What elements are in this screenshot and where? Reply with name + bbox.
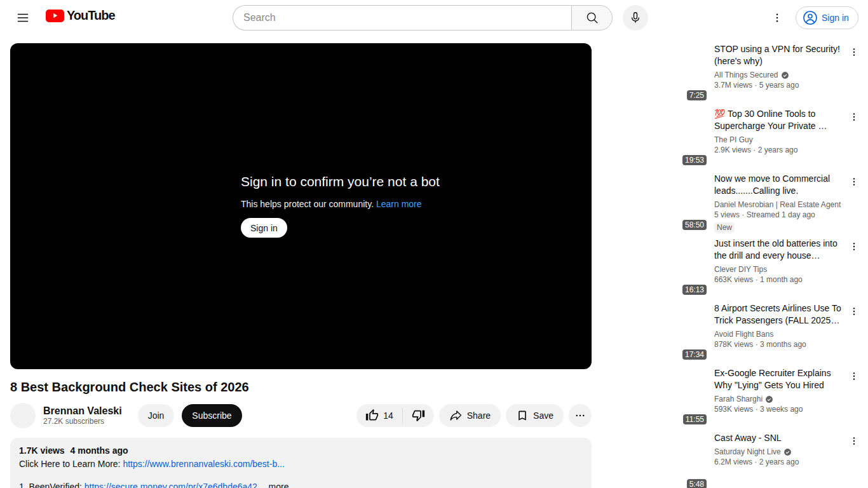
- subscribe-button[interactable]: Subscribe: [182, 404, 241, 427]
- video-thumbnail[interactable]: 58:50: [602, 173, 709, 233]
- channel-avatar[interactable]: [10, 403, 36, 428]
- expand-description-link[interactable]: ...more: [261, 482, 289, 488]
- verified-badge-icon: [783, 448, 792, 456]
- channel-name[interactable]: Brennan Valeski: [43, 405, 122, 417]
- related-video-meta: 5 views · Streamed 1 day ago: [714, 210, 841, 220]
- subscriber-count: 27.2K subscribers: [43, 417, 122, 426]
- related-video-title[interactable]: Now we move to Commercial leads.......Ca…: [714, 173, 841, 197]
- verified-badge-icon: [765, 395, 773, 403]
- youtube-logo[interactable]: YouTube: [46, 8, 115, 23]
- related-video-meta: 878K views · 3 months ago: [714, 339, 841, 349]
- dislike-button[interactable]: [403, 404, 434, 427]
- video-thumbnail[interactable]: 7:25: [602, 43, 709, 103]
- bot-check-subtext: This helps protect our community. Learn …: [241, 199, 440, 209]
- like-button[interactable]: 14: [356, 404, 402, 427]
- action-buttons: 14 Share: [356, 404, 592, 427]
- duration-badge: 7:25: [687, 90, 707, 100]
- save-button[interactable]: Save: [506, 404, 564, 427]
- youtube-play-icon: [46, 10, 64, 22]
- bot-check-message: Sign in to confirm you’re not a bot This…: [241, 174, 440, 238]
- save-label: Save: [533, 410, 553, 421]
- video-options-kebab-icon[interactable]: [846, 239, 862, 254]
- description-meta: 1.7K views 4 months ago: [19, 444, 583, 457]
- video-player[interactable]: Sign in to confirm you’re not a bot This…: [10, 43, 592, 369]
- description-link[interactable]: https://www.brennanvaleski.com/best-b...: [123, 459, 284, 469]
- signin-label: Sign in: [822, 13, 849, 23]
- related-videos-sidebar: 7:25 STOP using a VPN for Security! (her…: [602, 43, 858, 488]
- related-video-item[interactable]: 19:53 💯 Top 30 Online Tools to Superchar…: [602, 108, 858, 168]
- related-video-meta: 2.9K views · 2 years ago: [714, 145, 841, 155]
- youtube-logo-text: YouTube: [67, 8, 115, 23]
- video-options-kebab-icon[interactable]: [846, 369, 862, 384]
- related-video-title[interactable]: Cast Away - SNL: [714, 432, 841, 444]
- related-video-item[interactable]: 16:13 Just insert the old batteries into…: [602, 238, 858, 297]
- related-video-title[interactable]: Ex-Google Recruiter Explains Why "Lying"…: [714, 367, 841, 391]
- related-video-channel[interactable]: Saturday Night Live: [714, 447, 841, 457]
- channel-name: All Things Secured: [714, 70, 778, 80]
- view-count: 1.7K views: [19, 444, 65, 457]
- related-video-item[interactable]: 7:25 STOP using a VPN for Security! (her…: [602, 43, 858, 103]
- video-options-kebab-icon[interactable]: [846, 174, 862, 189]
- share-icon: [449, 409, 463, 422]
- search-input[interactable]: [233, 5, 571, 30]
- channel-name: The PI Guy: [714, 135, 753, 145]
- description-box[interactable]: 1.7K views 4 months ago Click Here to Le…: [10, 438, 592, 488]
- related-video-title[interactable]: 8 Airport Secrets Airlines Use To Trick …: [714, 302, 841, 327]
- related-video-meta: 3.7M views · 5 years ago: [714, 80, 841, 90]
- video-thumbnail[interactable]: 17:34: [602, 302, 709, 362]
- related-video-meta: 6.2M views · 2 years ago: [714, 457, 841, 467]
- hamburger-menu-icon[interactable]: [10, 5, 36, 30]
- related-video-item[interactable]: 11:55 Ex-Google Recruiter Explains Why "…: [602, 367, 858, 427]
- video-thumbnail[interactable]: 11:55: [602, 367, 709, 427]
- join-button[interactable]: Join: [138, 404, 175, 427]
- description-link[interactable]: https://secure.money.com/pr/x7e6dbde6a42: [85, 482, 257, 488]
- video-options-kebab-icon[interactable]: [846, 109, 862, 125]
- video-title: 8 Best Background Check Sites of 2026: [10, 378, 592, 396]
- video-options-kebab-icon[interactable]: [846, 304, 862, 319]
- related-video-channel[interactable]: Clever DIY Tips: [714, 264, 841, 274]
- related-video-item[interactable]: 17:34 8 Airport Secrets Airlines Use To …: [602, 302, 858, 362]
- duration-badge: 19:53: [682, 155, 707, 165]
- related-video-title[interactable]: STOP using a VPN for Security! (here's w…: [714, 43, 841, 67]
- related-video-channel[interactable]: Daniel Mesrobian | Real Estate Agent: [714, 200, 841, 210]
- duration-badge: 58:50: [682, 220, 707, 230]
- learn-more-link[interactable]: Learn more: [376, 199, 422, 209]
- duration-badge: 11:55: [683, 414, 707, 424]
- upload-date: 4 months ago: [71, 444, 128, 457]
- related-video-meta: 593K views · 3 weeks ago: [714, 404, 841, 414]
- channel-info: Brennan Valeski 27.2K subscribers: [43, 405, 122, 426]
- search-bar: [233, 5, 613, 30]
- share-button[interactable]: Share: [439, 404, 501, 427]
- related-video-channel[interactable]: Farah Sharghi: [714, 394, 841, 404]
- bot-check-subtext-text: This helps protect our community.: [241, 199, 374, 209]
- related-video-meta: 663K views · 1 month ago: [714, 274, 841, 285]
- related-video-title[interactable]: Just insert the old batteries into the d…: [714, 238, 841, 262]
- video-options-kebab-icon[interactable]: [846, 433, 862, 449]
- search-button[interactable]: [571, 5, 613, 30]
- duration-badge: 5:48: [687, 479, 707, 488]
- voice-search-icon[interactable]: [623, 5, 648, 30]
- more-actions-icon[interactable]: [569, 404, 592, 427]
- related-video-title[interactable]: 💯 Top 30 Online Tools to Supercharge You…: [714, 108, 841, 132]
- duration-badge: 16:13: [682, 285, 707, 295]
- top-app-bar: YouTube Sign in: [0, 0, 868, 36]
- description-text: Click Here to Learn More:: [19, 459, 123, 469]
- related-video-channel[interactable]: Avoid Flight Bans: [714, 329, 841, 339]
- watch-main-column: Sign in to confirm you’re not a bot This…: [10, 43, 592, 488]
- video-thumbnail[interactable]: 19:53: [602, 108, 709, 168]
- settings-kebab-icon[interactable]: [764, 5, 790, 30]
- player-signin-button[interactable]: Sign in: [241, 218, 287, 238]
- channel-name: Avoid Flight Bans: [714, 329, 773, 339]
- signin-button[interactable]: Sign in: [796, 6, 858, 29]
- related-video-item[interactable]: 5:48 Cast Away - SNL Saturday Night Live…: [602, 432, 858, 488]
- video-thumbnail[interactable]: 16:13: [602, 238, 709, 297]
- thumb-up-icon: [365, 409, 379, 422]
- related-video-item[interactable]: 58:50 Now we move to Commercial leads...…: [602, 173, 858, 233]
- video-options-kebab-icon[interactable]: [846, 44, 862, 60]
- related-video-channel[interactable]: All Things Secured: [714, 70, 841, 80]
- page-content: Sign in to confirm you’re not a bot This…: [0, 36, 868, 488]
- video-thumbnail[interactable]: 5:48: [602, 432, 709, 488]
- bookmark-icon: [516, 409, 529, 422]
- owner-row: Brennan Valeski 27.2K subscribers Join S…: [10, 402, 592, 428]
- related-video-channel[interactable]: The PI Guy: [714, 135, 841, 145]
